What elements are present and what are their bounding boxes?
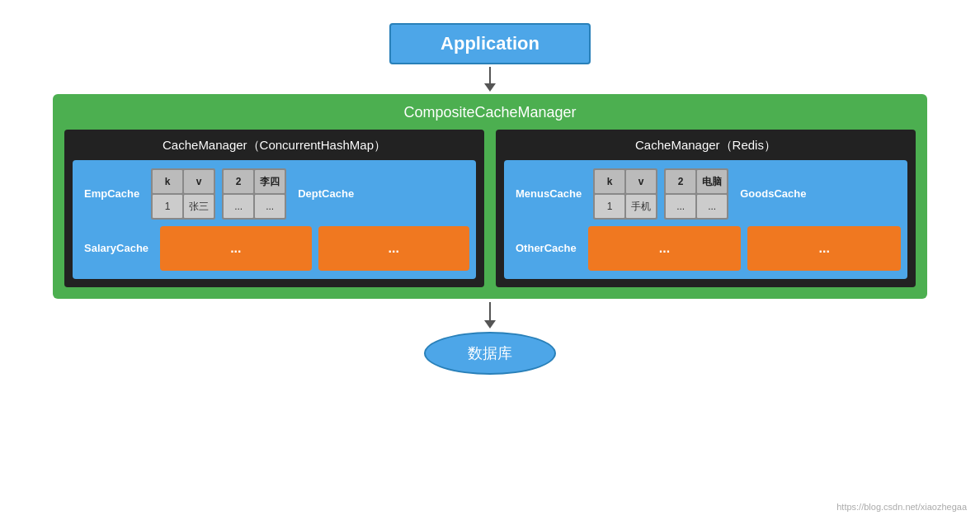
menus-cache-table2: 2 电脑 ... ...: [664, 168, 728, 220]
emp-val2: 2: [224, 170, 253, 193]
cache-manager-right-title: CacheManager（Redis）: [504, 138, 907, 154]
arrow-app-to-composite: [484, 64, 496, 94]
other-dot1: ...: [659, 241, 670, 256]
menus-dots2: ...: [697, 195, 727, 218]
menus-val2: 2: [666, 170, 695, 193]
dept-cache-label: DeptCache: [293, 168, 359, 220]
salary-cache-row: SalaryCache ... ...: [79, 226, 469, 271]
cache-manager-left-blue: EmpCache k v 1 张三 2 李四 ... ...: [73, 160, 476, 279]
emp-cache-table2: 2 李四 ... ...: [222, 168, 286, 220]
emp-lisi: 李四: [255, 170, 285, 193]
cache-manager-concurrenthashmap: CacheManager（ConcurrentHashMap） EmpCache…: [64, 130, 484, 287]
emp-v-header: v: [184, 170, 214, 193]
salary-cache-label: SalaryCache: [79, 239, 153, 259]
emp-cache-table: k v 1 张三: [151, 168, 215, 220]
menus-row1-v: 手机: [626, 195, 656, 218]
menus-dots1: ...: [666, 195, 695, 218]
salary-dot2: ...: [389, 241, 399, 256]
emp-dots2: ...: [255, 195, 285, 218]
emp-cache-label: EmpCache: [79, 168, 144, 220]
other-orange-box2: ...: [747, 226, 901, 271]
emp-row1-k: 1: [153, 195, 182, 218]
salary-orange-box1: ...: [160, 226, 311, 271]
app-title: Application: [441, 33, 539, 54]
menus-cache-label: MenusCache: [511, 168, 587, 220]
other-orange-box1: ...: [588, 226, 742, 271]
menus-row1-k: 1: [595, 195, 624, 218]
salary-dot1: ...: [230, 241, 241, 256]
cache-manager-right-blue: MenusCache k v 1 手机 2 电脑 ... ...: [504, 160, 907, 279]
db-label: 数据库: [468, 343, 512, 363]
emp-dots1: ...: [224, 195, 253, 218]
menus-cache-row: MenusCache k v 1 手机 2 电脑 ... ...: [511, 168, 901, 220]
menus-k-header: k: [595, 170, 624, 193]
database-ellipse: 数据库: [424, 332, 556, 375]
goods-cache-label: GoodsCache: [735, 168, 811, 220]
application-box: Application: [389, 23, 591, 64]
arrow-composite-to-db: [484, 299, 496, 332]
watermark: https://blog.csdn.net/xiaozhegaa: [836, 502, 967, 512]
menus-diannao: 电脑: [697, 170, 727, 193]
other-dot2: ...: [819, 241, 830, 256]
cache-managers-row: CacheManager（ConcurrentHashMap） EmpCache…: [64, 130, 916, 287]
cache-manager-left-title: CacheManager（ConcurrentHashMap）: [73, 138, 476, 154]
emp-k-header: k: [153, 170, 182, 193]
diagram-container: Application CompositeCacheManager CacheM…: [0, 0, 980, 520]
emp-cache-row: EmpCache k v 1 张三 2 李四 ... ...: [79, 168, 469, 220]
emp-row1-v: 张三: [184, 195, 214, 218]
salary-orange-box2: ...: [318, 226, 469, 271]
other-cache-row: OtherCache ... ...: [511, 226, 901, 271]
composite-cache-manager-box: CompositeCacheManager CacheManager（Concu…: [53, 94, 927, 299]
menus-v-header: v: [626, 170, 656, 193]
menus-cache-table: k v 1 手机: [593, 168, 657, 220]
composite-label: CompositeCacheManager: [64, 104, 916, 121]
other-cache-label: OtherCache: [511, 239, 582, 259]
cache-manager-redis: CacheManager（Redis） MenusCache k v 1 手机 …: [496, 130, 916, 287]
